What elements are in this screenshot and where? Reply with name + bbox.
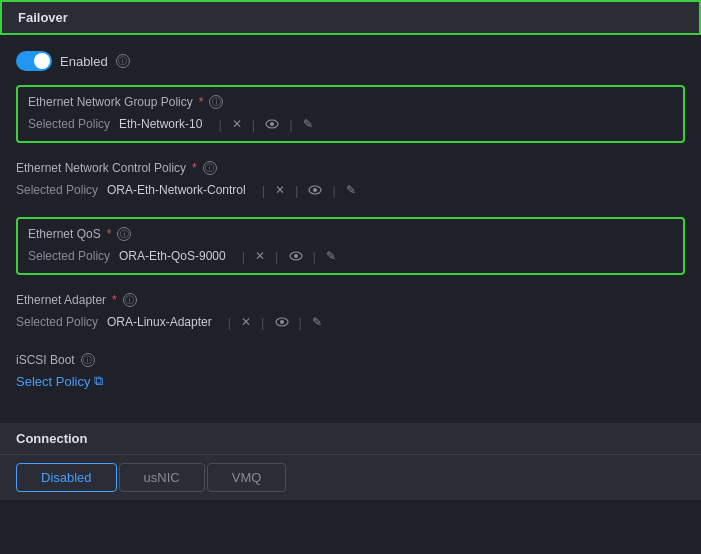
eth-qos-value: ORA-Eth-QoS-9000 xyxy=(119,249,226,263)
eth-qos-clear-btn[interactable]: ✕ xyxy=(251,247,269,265)
tab-vmq[interactable]: VMQ xyxy=(207,463,287,492)
eth-adapter-actions: | ✕ | | ✎ xyxy=(226,313,326,331)
eth-adapter-info-icon[interactable]: ⓘ xyxy=(123,293,137,307)
eth-adapter-edit-btn[interactable]: ✎ xyxy=(308,313,326,331)
eth-network-control-policy-row: Selected Policy ORA-Eth-Network-Control … xyxy=(16,181,685,199)
sep2: | xyxy=(252,117,255,132)
eye-icon-3 xyxy=(289,251,303,261)
eth-qos-actions: | ✕ | | ✎ xyxy=(240,247,340,265)
sep3: | xyxy=(289,117,292,132)
sep7: | xyxy=(242,249,245,264)
eth-network-group-info-icon[interactable]: ⓘ xyxy=(209,95,223,109)
eye-icon-4 xyxy=(275,317,289,327)
sep6: | xyxy=(332,183,335,198)
toggle-label: Enabled xyxy=(60,54,108,69)
eth-network-control-edit-btn[interactable]: ✎ xyxy=(342,181,360,199)
eye-icon-2 xyxy=(308,185,322,195)
sep4: | xyxy=(262,183,265,198)
eth-network-group-edit-btn[interactable]: ✎ xyxy=(299,115,317,133)
eth-network-group-value: Eth-Network-10 xyxy=(119,117,202,131)
failover-section: Failover Enabled ⓘ Ethernet Network Grou… xyxy=(0,0,701,419)
eth-network-group-label-row: Ethernet Network Group Policy * ⓘ xyxy=(28,95,673,109)
eth-network-group-clear-btn[interactable]: ✕ xyxy=(228,115,246,133)
iscsi-boot-label: iSCSI Boot xyxy=(16,353,75,367)
iscsi-boot-info-icon[interactable]: ⓘ xyxy=(81,353,95,367)
sep8: | xyxy=(275,249,278,264)
iscsi-boot-label-row: iSCSI Boot ⓘ xyxy=(16,353,685,367)
eth-network-control-required: * xyxy=(192,161,197,175)
eth-qos-policy-group: Ethernet QoS * ⓘ Selected Policy ORA-Eth… xyxy=(16,217,685,275)
eth-qos-view-btn[interactable] xyxy=(285,249,307,263)
tab-disabled[interactable]: Disabled xyxy=(16,463,117,492)
eth-network-control-label-row: Ethernet Network Control Policy * ⓘ xyxy=(16,161,685,175)
eth-qos-info-icon[interactable]: ⓘ xyxy=(117,227,131,241)
failover-header: Failover xyxy=(0,0,701,35)
eth-adapter-clear-btn[interactable]: ✕ xyxy=(237,313,255,331)
eth-network-group-view-btn[interactable] xyxy=(261,117,283,131)
toggle-slider xyxy=(16,51,52,71)
iscsi-boot-select-link[interactable]: Select Policy ⧉ xyxy=(16,373,103,389)
eth-network-group-required: * xyxy=(199,95,204,109)
eth-adapter-label: Ethernet Adapter xyxy=(16,293,106,307)
sep12: | xyxy=(299,315,302,330)
eth-network-control-label: Ethernet Network Control Policy xyxy=(16,161,186,175)
connection-tab-bar: Disabled usNIC VMQ xyxy=(0,455,701,500)
eth-adapter-label-row: Ethernet Adapter * ⓘ xyxy=(16,293,685,307)
sep10: | xyxy=(228,315,231,330)
svg-point-3 xyxy=(313,188,317,192)
sep1: | xyxy=(218,117,221,132)
connection-header: Connection xyxy=(0,423,701,455)
eth-network-group-actions: | ✕ | | ✎ xyxy=(216,115,316,133)
sep5: | xyxy=(295,183,298,198)
eye-icon xyxy=(265,119,279,129)
enabled-toggle-row: Enabled ⓘ xyxy=(16,47,685,75)
eth-network-group-policy-group: Ethernet Network Group Policy * ⓘ Select… xyxy=(16,85,685,143)
eth-adapter-view-btn[interactable] xyxy=(271,315,293,329)
eth-adapter-value: ORA-Linux-Adapter xyxy=(107,315,212,329)
sep11: | xyxy=(261,315,264,330)
connection-title: Connection xyxy=(16,431,88,446)
svg-point-5 xyxy=(294,254,298,258)
eth-qos-policy-row: Selected Policy ORA-Eth-QoS-9000 | ✕ | | xyxy=(28,247,673,265)
eth-network-control-clear-btn[interactable]: ✕ xyxy=(271,181,289,199)
eth-network-control-value: ORA-Eth-Network-Control xyxy=(107,183,246,197)
failover-content: Enabled ⓘ Ethernet Network Group Policy … xyxy=(0,35,701,419)
policies-container: Ethernet Network Group Policy * ⓘ Select… xyxy=(16,85,685,393)
enabled-toggle[interactable] xyxy=(16,51,52,71)
eth-network-group-label: Ethernet Network Group Policy xyxy=(28,95,193,109)
eth-qos-required: * xyxy=(107,227,112,241)
svg-point-7 xyxy=(280,320,284,324)
eth-network-control-selected-label: Selected Policy xyxy=(16,183,101,197)
eth-adapter-policy-group: Ethernet Adapter * ⓘ Selected Policy ORA… xyxy=(16,289,685,335)
eth-adapter-selected-label: Selected Policy xyxy=(16,315,101,329)
eth-network-control-policy-group: Ethernet Network Control Policy * ⓘ Sele… xyxy=(16,157,685,203)
eth-qos-label: Ethernet QoS xyxy=(28,227,101,241)
eth-network-control-info-icon[interactable]: ⓘ xyxy=(203,161,217,175)
svg-point-1 xyxy=(270,122,274,126)
failover-title: Failover xyxy=(18,10,68,25)
iscsi-boot-select-text: Select Policy xyxy=(16,374,90,389)
eth-network-group-policy-row: Selected Policy Eth-Network-10 | ✕ | | xyxy=(28,115,673,133)
connection-section: Connection Disabled usNIC VMQ xyxy=(0,423,701,500)
eth-adapter-required: * xyxy=(112,293,117,307)
eth-network-control-view-btn[interactable] xyxy=(304,183,326,197)
tab-usnic[interactable]: usNIC xyxy=(119,463,205,492)
iscsi-boot-group: iSCSI Boot ⓘ Select Policy ⧉ xyxy=(16,349,685,393)
sep9: | xyxy=(313,249,316,264)
eth-network-control-actions: | ✕ | | ✎ xyxy=(260,181,360,199)
eth-qos-label-row: Ethernet QoS * ⓘ xyxy=(28,227,673,241)
enabled-info-icon[interactable]: ⓘ xyxy=(116,54,130,68)
eth-adapter-policy-row: Selected Policy ORA-Linux-Adapter | ✕ | … xyxy=(16,313,685,331)
iscsi-boot-doc-icon: ⧉ xyxy=(94,373,103,389)
eth-qos-edit-btn[interactable]: ✎ xyxy=(322,247,340,265)
eth-qos-selected-label: Selected Policy xyxy=(28,249,113,263)
eth-network-group-selected-label: Selected Policy xyxy=(28,117,113,131)
